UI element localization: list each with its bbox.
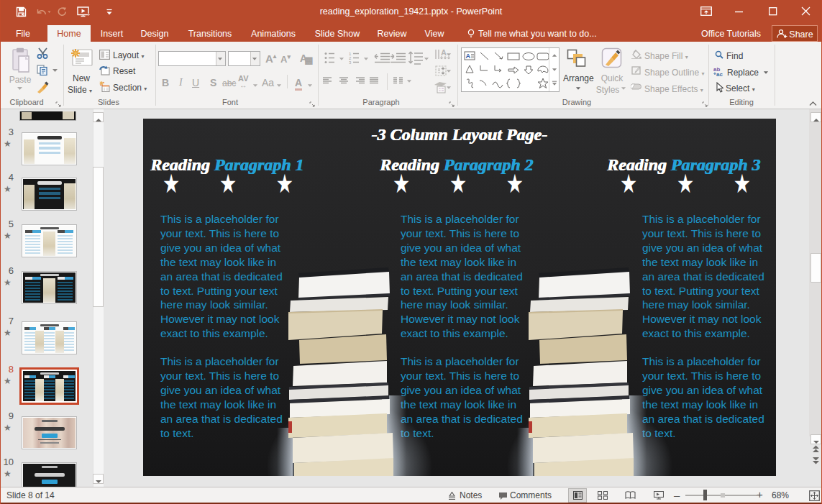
svg-text:A: A	[466, 52, 471, 60]
svg-text:3: 3	[349, 60, 352, 65]
svg-text:ac: ac	[716, 71, 723, 77]
